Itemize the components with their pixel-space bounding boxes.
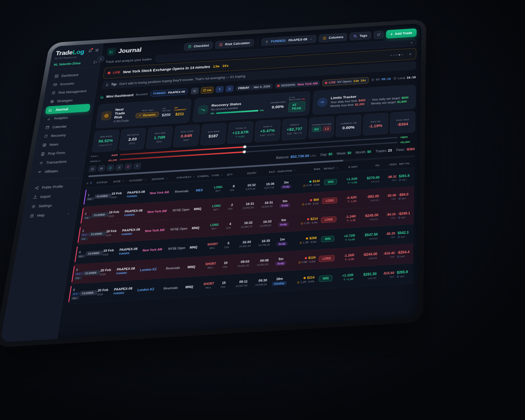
date-cell: 20 Feb2026 (100, 268, 117, 276)
refresh-button[interactable] (374, 30, 384, 39)
theme-toggle-sun-icon[interactable] (95, 48, 99, 52)
ny-time: NY 09:16 (371, 77, 391, 81)
alert-bell-chip-icon[interactable] (225, 85, 234, 92)
symbol-cell: MES (196, 188, 211, 192)
column-header-strategy[interactable]: STRATEGY (176, 175, 197, 179)
balance-value: $52,736.50 (290, 153, 310, 159)
risk-calculator-button[interactable]: Risk Calculator (215, 39, 254, 49)
duration-cell: 0mScalp (273, 218, 294, 227)
column-header-p-l: P/L (360, 164, 382, 168)
banner-carousel-dots[interactable] (390, 54, 403, 56)
stack-badge: 2 (75, 272, 83, 275)
column-header-account[interactable]: ACCOUNT (129, 178, 152, 182)
close-icon[interactable] (410, 41, 413, 44)
imported-badge: Imp. (71, 296, 80, 300)
rows-tool-icon[interactable] (97, 165, 106, 172)
fees-cell: -$15.60FEE (379, 271, 397, 279)
checklist-button[interactable]: Checklist (183, 41, 213, 51)
risk-cell: $1240.6R · 0.2% (291, 255, 318, 264)
net-box-icon (398, 197, 401, 200)
net-pl-cell: $265.9NET (397, 269, 413, 278)
type-cell: LONGBUY (206, 223, 223, 230)
carousel-dot[interactable] (393, 54, 395, 56)
exit-cell: 16:3524,796.25 (253, 239, 273, 247)
column-header-duration[interactable]: DURATION (278, 169, 297, 173)
duration-cell: 18mIntraday (269, 276, 290, 286)
logo-text: Trade (55, 49, 73, 57)
logout-icon[interactable] (93, 60, 97, 64)
status-badge: CLOSED (94, 193, 112, 199)
next-trade-risk-panel: Next Trade Risk 0.4%/Trade Risk Type Dyn… (95, 99, 191, 129)
clock-icon (371, 78, 375, 81)
column-header-result[interactable]: RESULT (323, 166, 340, 170)
exit-cell: 15:366,877.00 (258, 182, 277, 190)
stat-card-gain: GAIN %+5.47%Total: +5.47% (254, 119, 281, 142)
column-header-type[interactable]: TYPE (212, 173, 227, 177)
risk-clock-icon (297, 281, 300, 284)
fees-cell: -$5.20FEE (380, 231, 398, 239)
stat-card-rr-ratio: RR RATIO2.03$378 (119, 128, 147, 151)
add-trade-button[interactable]: + Add Trade (386, 28, 417, 39)
mini-chart-icon (100, 95, 104, 99)
win-streak-badge: W3 (312, 126, 321, 132)
column-header-net-p-l: NET P/L (399, 162, 415, 165)
stat-card-consecutives: CONSECUTIVESW3L3 (308, 116, 335, 139)
palette-tool-icon[interactable] (124, 163, 132, 170)
carousel-dot[interactable] (396, 54, 397, 56)
sidebar-item-label: Accounts (60, 81, 74, 86)
stack-badge: 2 (81, 233, 89, 237)
qty-cell: 2Ctrs (224, 203, 235, 211)
type-cell: SHORTSELL (200, 282, 217, 289)
risk-clock-icon (302, 203, 305, 206)
columns-button[interactable]: Columns (319, 33, 347, 42)
stat-value: 2.03 (128, 137, 137, 142)
stat-card-avg-risk: AVG RISK$187 (200, 123, 227, 146)
text-tool-icon[interactable] (133, 163, 141, 170)
account-cell: PAAPEX-08FUNDED (119, 247, 143, 255)
tags-button[interactable]: Tags (349, 31, 371, 40)
account-cell: PAAPEX-08FUNDED (124, 208, 148, 217)
pl-cell: -$244.00GROSS (357, 252, 380, 261)
carousel-dot[interactable] (401, 54, 403, 55)
column-header-risk: RISK (297, 167, 323, 172)
sidebar-item-help[interactable]: Help (26, 209, 74, 221)
layers-chip-icon[interactable] (190, 88, 199, 95)
net-pl-cell: $261.6NET (399, 173, 415, 181)
entry-cell: 09:1124,947.50 (228, 279, 250, 288)
info-tool-icon[interactable] (106, 164, 115, 171)
risk-type-pill[interactable]: Dynamic (135, 112, 159, 118)
pl-cell: $281.50GROSS (356, 272, 379, 281)
account-filter-dropdown[interactable]: FUNDED: PAAPEX-08 (261, 35, 316, 46)
pin-chip-icon[interactable] (215, 86, 224, 93)
duration-tag: Intraday (272, 281, 287, 286)
fees-cell: -$2.08FEE (381, 193, 398, 201)
carousel-dot[interactable] (390, 55, 392, 56)
r-unit-cell: -0.42RT: -1.2R (338, 196, 359, 204)
column-header-session[interactable]: SESSION (151, 176, 177, 181)
carousel-dot[interactable] (399, 54, 400, 56)
column-header-: # (86, 181, 97, 185)
main-content: Journal Checklist Risk Calculator FUNDED… (57, 23, 422, 339)
session-cell: London KZ (137, 287, 164, 292)
account-pill[interactable]: FUNDED: PAAPEX-08 (150, 88, 188, 97)
result-badge: WIN (321, 235, 334, 242)
column-header-symbol[interactable]: SYMBOL (197, 174, 212, 178)
countdown-minutes: 13m (213, 64, 220, 68)
imported-badge: Imp. (86, 197, 94, 201)
banner-close-icon[interactable] (409, 52, 412, 56)
notifications-bell-icon[interactable] (88, 49, 92, 52)
qty-cell: 10Ctrs (218, 261, 230, 269)
daily-weekly-calendar-chip[interactable]: DW (200, 86, 214, 94)
sidebar-item-label: Affiliates (44, 169, 59, 174)
lightbulb-icon (105, 83, 109, 87)
account-cell: PAAPEX-08FUNDED (127, 190, 150, 198)
status-badge: CLOSED (83, 270, 101, 276)
imported-badge: Imp. (80, 237, 88, 240)
column-header-date[interactable]: DATE (113, 179, 129, 183)
imported-badge: Imp. (77, 254, 86, 258)
stat-sub: 1 out of 1.77 (98, 143, 112, 147)
exit-cell: 09:3024,938.25 (250, 278, 270, 287)
sort-tool-icon[interactable] (115, 164, 123, 171)
refresh-icon (43, 134, 48, 138)
checkbox-tool-icon[interactable] (88, 165, 97, 172)
